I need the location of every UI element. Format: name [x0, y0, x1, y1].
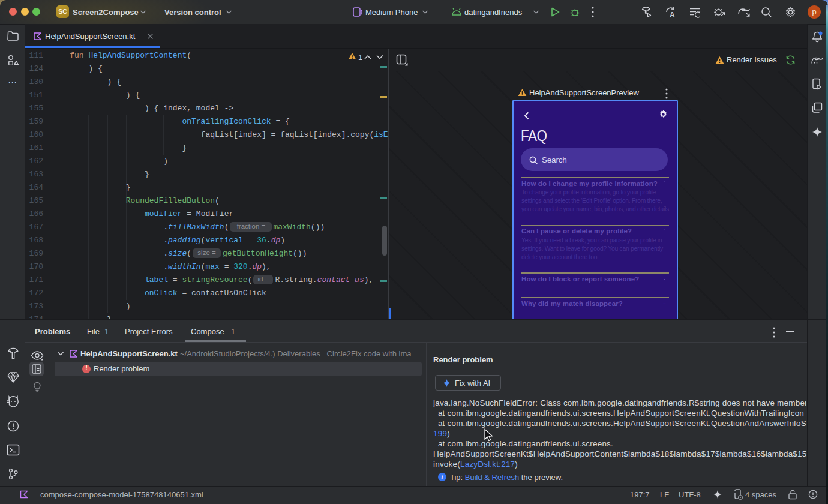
svg-text:A: A: [670, 11, 675, 19]
